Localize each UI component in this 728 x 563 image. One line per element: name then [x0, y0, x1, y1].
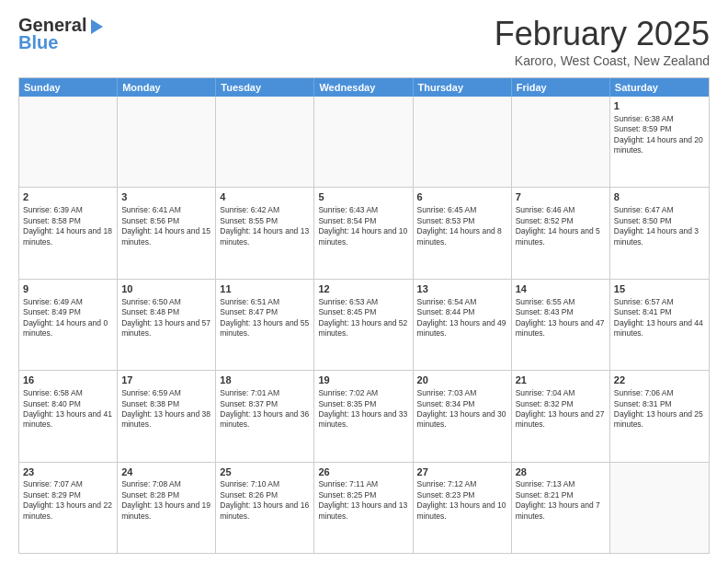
day-number: 23	[23, 465, 113, 479]
day-number: 1	[614, 99, 705, 113]
table-row: 26Sunrise: 7:11 AM Sunset: 8:25 PM Dayli…	[314, 463, 413, 553]
day-info: Sunrise: 7:10 AM Sunset: 8:26 PM Dayligh…	[220, 479, 310, 522]
day-info: Sunrise: 7:04 AM Sunset: 8:32 PM Dayligh…	[516, 388, 606, 431]
table-row: 28Sunrise: 7:13 AM Sunset: 8:21 PM Dayli…	[512, 463, 610, 553]
day-info: Sunrise: 7:08 AM Sunset: 8:28 PM Dayligh…	[121, 479, 211, 522]
table-row	[314, 97, 413, 187]
day-info: Sunrise: 6:46 AM Sunset: 8:52 PM Dayligh…	[516, 205, 606, 247]
table-row: 27Sunrise: 7:12 AM Sunset: 8:23 PM Dayli…	[414, 463, 512, 553]
day-info: Sunrise: 7:03 AM Sunset: 8:34 PM Dayligh…	[417, 388, 507, 431]
table-row: 8Sunrise: 6:47 AM Sunset: 8:50 PM Daylig…	[610, 188, 709, 278]
calendar-row: 1Sunrise: 6:38 AM Sunset: 8:59 PM Daylig…	[19, 97, 709, 187]
day-number: 9	[23, 282, 113, 296]
day-info: Sunrise: 7:13 AM Sunset: 8:21 PM Dayligh…	[516, 479, 606, 522]
day-info: Sunrise: 7:02 AM Sunset: 8:35 PM Dayligh…	[318, 388, 408, 431]
header-saturday: Saturday	[610, 78, 709, 97]
table-row	[216, 97, 314, 187]
calendar-row: 9Sunrise: 6:49 AM Sunset: 8:49 PM Daylig…	[19, 279, 709, 370]
day-number: 11	[220, 282, 310, 296]
day-info: Sunrise: 6:55 AM Sunset: 8:43 PM Dayligh…	[516, 297, 606, 339]
logo-blue: Blue	[18, 32, 58, 53]
day-number: 3	[121, 190, 211, 204]
table-row: 5Sunrise: 6:43 AM Sunset: 8:54 PM Daylig…	[314, 188, 413, 278]
day-number: 2	[23, 190, 113, 204]
day-number: 8	[614, 190, 705, 204]
day-number: 24	[121, 465, 211, 479]
header-monday: Monday	[118, 78, 216, 97]
table-row: 24Sunrise: 7:08 AM Sunset: 8:28 PM Dayli…	[118, 463, 216, 553]
day-number: 6	[417, 190, 507, 204]
day-info: Sunrise: 6:45 AM Sunset: 8:53 PM Dayligh…	[417, 205, 507, 247]
table-row: 13Sunrise: 6:54 AM Sunset: 8:44 PM Dayli…	[414, 280, 512, 370]
calendar-row: 2Sunrise: 6:39 AM Sunset: 8:58 PM Daylig…	[19, 187, 709, 278]
table-row: 22Sunrise: 7:06 AM Sunset: 8:31 PM Dayli…	[610, 371, 709, 461]
day-number: 19	[318, 373, 408, 387]
day-info: Sunrise: 6:53 AM Sunset: 8:45 PM Dayligh…	[318, 297, 408, 339]
table-row: 23Sunrise: 7:07 AM Sunset: 8:29 PM Dayli…	[19, 463, 118, 553]
table-row: 6Sunrise: 6:45 AM Sunset: 8:53 PM Daylig…	[414, 188, 512, 278]
day-info: Sunrise: 6:54 AM Sunset: 8:44 PM Dayligh…	[417, 297, 507, 339]
table-row: 4Sunrise: 6:42 AM Sunset: 8:55 PM Daylig…	[216, 188, 314, 278]
logo-flag-icon	[91, 19, 103, 34]
table-row	[19, 97, 118, 187]
location: Karoro, West Coast, New Zealand	[495, 53, 710, 68]
title-block: February 2025 Karoro, West Coast, New Ze…	[495, 15, 710, 68]
table-row: 21Sunrise: 7:04 AM Sunset: 8:32 PM Dayli…	[512, 371, 610, 461]
day-info: Sunrise: 6:57 AM Sunset: 8:41 PM Dayligh…	[614, 297, 705, 339]
day-info: Sunrise: 6:42 AM Sunset: 8:55 PM Dayligh…	[220, 205, 310, 247]
day-info: Sunrise: 7:07 AM Sunset: 8:29 PM Dayligh…	[23, 479, 113, 522]
calendar-body: 1Sunrise: 6:38 AM Sunset: 8:59 PM Daylig…	[19, 97, 709, 553]
table-row: 7Sunrise: 6:46 AM Sunset: 8:52 PM Daylig…	[512, 188, 610, 278]
day-number: 12	[318, 282, 408, 296]
calendar-row: 16Sunrise: 6:58 AM Sunset: 8:40 PM Dayli…	[19, 370, 709, 461]
calendar: Sunday Monday Tuesday Wednesday Thursday…	[18, 77, 710, 554]
table-row: 15Sunrise: 6:57 AM Sunset: 8:41 PM Dayli…	[610, 280, 709, 370]
table-row: 11Sunrise: 6:51 AM Sunset: 8:47 PM Dayli…	[216, 280, 314, 370]
day-info: Sunrise: 7:06 AM Sunset: 8:31 PM Dayligh…	[614, 388, 705, 431]
day-number: 16	[23, 373, 113, 387]
day-info: Sunrise: 6:59 AM Sunset: 8:38 PM Dayligh…	[121, 388, 211, 431]
calendar-header: Sunday Monday Tuesday Wednesday Thursday…	[19, 78, 709, 97]
day-number: 10	[121, 282, 211, 296]
table-row	[414, 97, 512, 187]
table-row: 1Sunrise: 6:38 AM Sunset: 8:59 PM Daylig…	[610, 97, 709, 187]
day-number: 22	[614, 373, 705, 387]
day-number: 18	[220, 373, 310, 387]
day-info: Sunrise: 6:43 AM Sunset: 8:54 PM Dayligh…	[318, 205, 408, 247]
table-row: 12Sunrise: 6:53 AM Sunset: 8:45 PM Dayli…	[314, 280, 413, 370]
day-info: Sunrise: 6:58 AM Sunset: 8:40 PM Dayligh…	[23, 388, 113, 431]
day-number: 17	[121, 373, 211, 387]
header-thursday: Thursday	[414, 78, 512, 97]
table-row: 2Sunrise: 6:39 AM Sunset: 8:58 PM Daylig…	[19, 188, 118, 278]
table-row: 25Sunrise: 7:10 AM Sunset: 8:26 PM Dayli…	[216, 463, 314, 553]
header-wednesday: Wednesday	[314, 78, 413, 97]
page: General Blue February 2025 Karoro, West …	[0, 0, 728, 563]
day-number: 28	[516, 465, 606, 479]
table-row: 19Sunrise: 7:02 AM Sunset: 8:35 PM Dayli…	[314, 371, 413, 461]
header-sunday: Sunday	[19, 78, 118, 97]
table-row	[512, 97, 610, 187]
day-info: Sunrise: 6:47 AM Sunset: 8:50 PM Dayligh…	[614, 205, 705, 247]
header-friday: Friday	[512, 78, 610, 97]
table-row: 3Sunrise: 6:41 AM Sunset: 8:56 PM Daylig…	[118, 188, 216, 278]
table-row: 10Sunrise: 6:50 AM Sunset: 8:48 PM Dayli…	[118, 280, 216, 370]
table-row: 14Sunrise: 6:55 AM Sunset: 8:43 PM Dayli…	[512, 280, 610, 370]
table-row: 17Sunrise: 6:59 AM Sunset: 8:38 PM Dayli…	[118, 371, 216, 461]
day-info: Sunrise: 6:41 AM Sunset: 8:56 PM Dayligh…	[121, 205, 211, 247]
day-info: Sunrise: 6:38 AM Sunset: 8:59 PM Dayligh…	[614, 114, 705, 156]
day-number: 13	[417, 282, 507, 296]
day-number: 7	[516, 190, 606, 204]
day-info: Sunrise: 6:51 AM Sunset: 8:47 PM Dayligh…	[220, 297, 310, 339]
day-number: 14	[516, 282, 606, 296]
day-info: Sunrise: 7:12 AM Sunset: 8:23 PM Dayligh…	[417, 479, 507, 522]
day-number: 5	[318, 190, 408, 204]
table-row	[610, 463, 709, 553]
table-row: 9Sunrise: 6:49 AM Sunset: 8:49 PM Daylig…	[19, 280, 118, 370]
day-info: Sunrise: 6:39 AM Sunset: 8:58 PM Dayligh…	[23, 205, 113, 247]
header-tuesday: Tuesday	[216, 78, 314, 97]
day-number: 20	[417, 373, 507, 387]
day-number: 27	[417, 465, 507, 479]
table-row	[118, 97, 216, 187]
day-info: Sunrise: 6:50 AM Sunset: 8:48 PM Dayligh…	[121, 297, 211, 339]
header: General Blue February 2025 Karoro, West …	[18, 15, 710, 68]
